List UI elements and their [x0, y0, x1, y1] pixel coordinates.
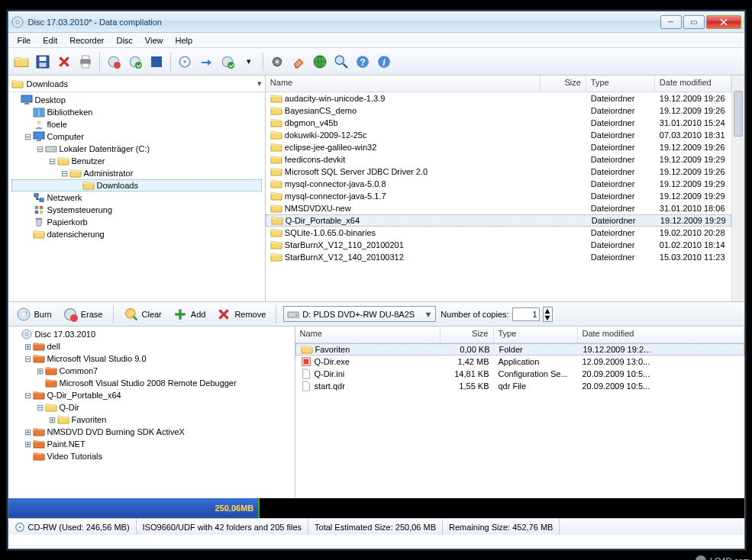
minimize-button[interactable]: ─: [660, 15, 682, 29]
list-item[interactable]: BayesianCS_demoDateiordner19.12.2009 19:…: [266, 105, 731, 117]
tool-eraser-icon[interactable]: [289, 52, 308, 72]
breadcrumb-bar[interactable]: Downloads ▾: [8, 76, 265, 92]
col-date[interactable]: Date modified: [578, 327, 744, 343]
clear-button[interactable]: Clear: [121, 305, 165, 323]
list-item[interactable]: Q-Dir_Portable_x64Dateiordner19.12.2009 …: [266, 214, 731, 227]
list-item[interactable]: SQLite-1.0.65.0-binariesDateiordner19.02…: [266, 227, 731, 239]
close-button[interactable]: [706, 15, 741, 29]
col-type[interactable]: Type: [494, 327, 578, 343]
tree-item[interactable]: ⊞NMSDVD DVD Burning SDK ActiveX: [11, 426, 292, 438]
tree-item[interactable]: ⊟Q-Dir: [11, 401, 292, 414]
tool-globe-icon[interactable]: [310, 52, 330, 72]
list-item[interactable]: StarBurnX_V12_140_20100312Dateiordner15.…: [266, 251, 731, 263]
expander-icon[interactable]: ⊞: [24, 342, 33, 352]
expander-icon[interactable]: ⊞: [24, 439, 33, 449]
remove-button[interactable]: Remove: [213, 305, 269, 323]
tree-item[interactable]: ⊟Q-Dir_Portable_x64: [11, 389, 292, 401]
tree-item[interactable]: Papierkorb: [11, 216, 262, 228]
tree-item[interactable]: ⊟Benutzer: [11, 155, 262, 167]
tool-zoom-icon[interactable]: [331, 52, 351, 72]
list-item[interactable]: dokuwiki-2009-12-25cDateiordner07.03.201…: [266, 129, 731, 141]
tree-item[interactable]: Systemsteuerung: [11, 204, 262, 216]
source-list[interactable]: audacity-win-unicode-1.3.9Dateiordner19.…: [266, 92, 731, 301]
maximize-button[interactable]: ▭: [683, 15, 705, 29]
tool-arrow-icon[interactable]: [196, 52, 216, 72]
tool-help-icon[interactable]: [353, 52, 373, 72]
list-item[interactable]: Q-Dir.exe1,42 MBApplication12.09.2009 13…: [295, 356, 744, 368]
expander-icon[interactable]: ⊟: [24, 391, 33, 401]
tool-gear-icon[interactable]: [267, 52, 287, 72]
list-item[interactable]: start.qdr1,55 KBqdr File20.09.2009 10:5.…: [295, 380, 744, 392]
col-type[interactable]: Type: [586, 76, 655, 92]
device-selector[interactable]: D: PLDS DVD+-RW DU-8A2S ▼: [283, 306, 436, 322]
menu-recorder[interactable]: Recorder: [63, 34, 110, 47]
list-item[interactable]: eclipse-jee-galileo-win32Dateiordner19.1…: [266, 141, 731, 153]
list-item[interactable]: Q-Dir.ini14,81 KBConfiguration Se...20.0…: [295, 368, 744, 380]
tree-item[interactable]: ⊞Paint.NET: [11, 438, 292, 450]
spinner-buttons[interactable]: ▲▼: [543, 307, 553, 322]
tree-item[interactable]: datensicherung: [11, 228, 262, 240]
tree-item[interactable]: ⊟Administrator: [11, 167, 262, 179]
tree-item[interactable]: Bibliotheken: [11, 106, 262, 118]
col-name[interactable]: Name: [295, 327, 441, 343]
list-item[interactable]: NMSDVDXU-newDateiordner31.01.2010 18:06: [266, 202, 731, 214]
tree-item[interactable]: ⊟Lokaler Datenträger (C:): [11, 143, 262, 155]
tree-item[interactable]: Downloads: [11, 179, 262, 191]
tree-item[interactable]: ⊟Computer: [11, 130, 262, 143]
expander-icon[interactable]: ⊞: [24, 427, 33, 437]
col-name[interactable]: Name: [266, 76, 541, 92]
tree-item[interactable]: ⊞Favoriten: [11, 414, 292, 426]
tree-item[interactable]: ⊞dell: [11, 340, 292, 352]
expander-icon[interactable]: ⊟: [48, 156, 57, 166]
tree-item[interactable]: ⊟Microsoft Visual Studio 9.0: [11, 352, 292, 365]
list-item[interactable]: Favoriten0,00 KBFolder19.12.2009 19:2...: [295, 343, 744, 356]
list-item[interactable]: mysql-connector-java-5.0.8Dateiordner19.…: [266, 178, 731, 190]
menu-help[interactable]: Help: [169, 34, 199, 47]
expander-icon[interactable]: ⊟: [36, 403, 45, 413]
tool-bluebox-icon[interactable]: [147, 52, 166, 72]
tree-item[interactable]: Video Tutorials: [11, 450, 292, 462]
expander-icon[interactable]: ⊟: [24, 132, 33, 142]
col-size[interactable]: Size: [541, 76, 586, 92]
tree-item[interactable]: Netzwerk: [11, 191, 262, 204]
burn-button[interactable]: Burn: [13, 305, 55, 323]
expander-icon[interactable]: ⊟: [36, 144, 45, 154]
list-item[interactable]: dbgmon_v45bDateiordner31.01.2010 15:24: [266, 117, 731, 129]
compilation-tree[interactable]: Disc 17.03.2010⊞dell⊟Microsoft Visual St…: [8, 327, 295, 498]
tool-info-icon[interactable]: [374, 52, 394, 72]
tool-dropdown-icon[interactable]: ▾: [239, 52, 259, 72]
scrollbar[interactable]: [731, 76, 744, 301]
tool-delete-icon[interactable]: [54, 52, 74, 72]
list-item[interactable]: mysql-connector-java-5.1.7Dateiordner19.…: [266, 190, 731, 202]
tool-save-icon[interactable]: [33, 52, 53, 72]
compilation-list[interactable]: Favoriten0,00 KBFolder19.12.2009 19:2...…: [295, 343, 744, 498]
tool-open-icon[interactable]: [11, 52, 31, 72]
list-item[interactable]: audacity-win-unicode-1.3.9Dateiordner19.…: [266, 92, 731, 105]
menu-file[interactable]: File: [11, 34, 37, 47]
list-item[interactable]: Microsoft SQL Server JDBC Driver 2.0Date…: [266, 166, 731, 178]
tree-item[interactable]: Disc 17.03.2010: [11, 328, 292, 340]
expander-icon[interactable]: ⊞: [48, 415, 57, 425]
expander-icon[interactable]: ⊟: [24, 354, 33, 364]
col-date[interactable]: Date modified: [655, 76, 731, 92]
list-item[interactable]: feedicons-devkitDateiordner19.12.2009 19…: [266, 153, 731, 166]
erase-button[interactable]: Erase: [60, 305, 106, 323]
compilation-list-header[interactable]: Name Size Type Date modified: [295, 327, 744, 343]
expander-icon[interactable]: ⊟: [60, 169, 69, 179]
col-size[interactable]: Size: [441, 327, 494, 343]
menu-view[interactable]: View: [139, 34, 169, 47]
tree-item[interactable]: Desktop: [11, 94, 262, 106]
tree-item[interactable]: Microsoft Visual Studio 2008 Remote Debu…: [11, 377, 292, 389]
tool-discsm-icon[interactable]: [175, 52, 195, 72]
tool-print-icon[interactable]: [76, 52, 95, 72]
source-tree[interactable]: DesktopBibliothekenfloele⊟Computer⊟Lokal…: [8, 92, 265, 301]
tree-item[interactable]: floele: [11, 118, 262, 130]
expander-icon[interactable]: ⊞: [36, 366, 45, 376]
tool-discgo-icon[interactable]: [218, 52, 237, 72]
menu-edit[interactable]: Edit: [37, 34, 63, 47]
list-item[interactable]: StarBurnX_V12_110_20100201Dateiordner01.…: [266, 239, 731, 251]
copies-input[interactable]: [512, 307, 540, 321]
tree-item[interactable]: ⊞Common7: [11, 365, 292, 377]
add-button[interactable]: Add: [169, 305, 209, 323]
tool-disc1-icon[interactable]: [104, 52, 124, 72]
